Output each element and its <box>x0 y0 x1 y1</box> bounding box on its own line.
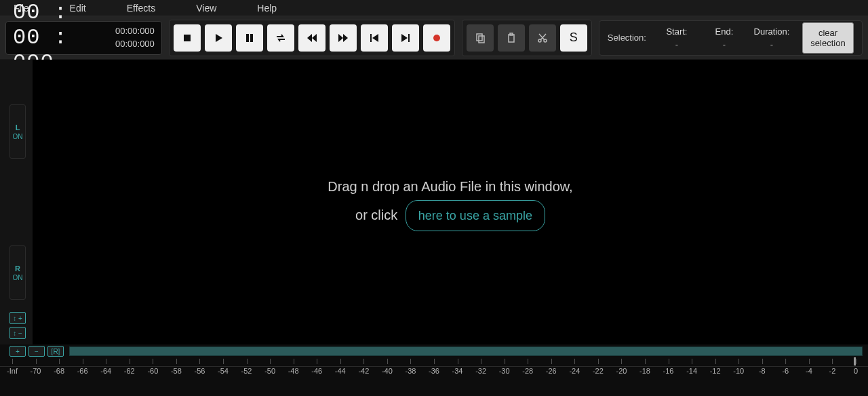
db-tick: 0 <box>854 367 858 375</box>
selection-duration-label: Duration: <box>754 26 790 37</box>
channel-right-toggle[interactable]: R ON <box>9 245 26 300</box>
db-tick: -4 <box>806 367 812 375</box>
db-tick: -8 <box>759 367 766 375</box>
db-tick: -18 <box>639 367 650 375</box>
db-tick: -58 <box>171 367 182 375</box>
selection-duration-value: - <box>770 39 773 50</box>
db-tick: -42 <box>358 367 369 375</box>
db-tick: -62 <box>124 367 135 375</box>
hzoom-in-button[interactable]: + <box>9 346 26 357</box>
db-tick: -6 <box>782 367 789 375</box>
menu-bar: File Edit Effects View Help <box>0 0 868 16</box>
db-tick: -30 <box>499 367 510 375</box>
drop-zone[interactable]: Drag n drop an Audio File in this window… <box>33 60 868 344</box>
toolbar: 00 : 00 : 000 00:00:000 00:00:000 S Sele… <box>0 16 868 60</box>
svg-rect-2 <box>246 34 249 42</box>
db-tick: -26 <box>546 367 557 375</box>
svg-marker-6 <box>338 34 343 42</box>
svg-marker-1 <box>216 34 222 42</box>
prompt-line2: or click <box>355 207 397 222</box>
vzoom-out-button[interactable]: ↕ − <box>9 327 26 339</box>
channel-gutter: L ON R ON ↕ + ↕ − <box>0 60 33 344</box>
rewind-button[interactable] <box>298 24 326 52</box>
db-tick: -44 <box>335 367 346 375</box>
selection-start-label: Start: <box>666 26 687 37</box>
db-tick: -66 <box>77 367 88 375</box>
menu-help[interactable]: Help <box>257 3 277 14</box>
svg-marker-7 <box>343 34 348 42</box>
db-tick: -22 <box>593 367 604 375</box>
db-tick: -38 <box>405 367 416 375</box>
zoom-strip: + − [R] <box>0 344 868 358</box>
db-tick: -70 <box>31 367 41 375</box>
db-tick: -32 <box>475 367 486 375</box>
time-sub-bottom: 00:00:000 <box>115 38 155 50</box>
db-tick: -50 <box>264 367 275 375</box>
db-tick: -60 <box>147 367 158 375</box>
svg-marker-9 <box>372 34 378 42</box>
transport-group <box>169 20 455 56</box>
svg-rect-10 <box>408 34 410 42</box>
svg-marker-4 <box>307 34 312 42</box>
db-tick: -12 <box>710 367 721 375</box>
db-tick: -64 <box>100 367 111 375</box>
paste-button[interactable] <box>498 24 525 52</box>
svg-point-12 <box>433 35 440 41</box>
svg-rect-13 <box>477 34 482 41</box>
svg-rect-14 <box>479 36 484 43</box>
db-tick: -36 <box>429 367 439 375</box>
selection-end-label: End: <box>715 26 734 37</box>
db-tick: -14 <box>686 367 697 375</box>
db-tick: -2 <box>829 367 836 375</box>
svg-rect-3 <box>250 34 253 42</box>
svg-rect-8 <box>370 34 372 42</box>
play-button[interactable] <box>205 24 232 52</box>
channel-left-on: ON <box>13 133 23 140</box>
selection-panel: Selection: Start:- End:- Duration:- clea… <box>599 20 863 56</box>
skip-back-button[interactable] <box>361 24 388 52</box>
fast-forward-button[interactable] <box>330 24 357 52</box>
overview-bar[interactable] <box>69 346 863 356</box>
db-tick: -10 <box>733 367 744 375</box>
use-sample-button[interactable]: here to use a sample <box>406 200 545 231</box>
db-tick: -20 <box>616 367 627 375</box>
db-tick: -52 <box>241 367 252 375</box>
menu-view[interactable]: View <box>196 3 216 14</box>
record-button[interactable] <box>423 24 450 52</box>
channel-left-toggle[interactable]: L ON <box>9 104 26 159</box>
channel-right-on: ON <box>13 274 23 281</box>
db-tick: -Inf <box>7 367 18 375</box>
stop-button[interactable] <box>174 24 201 52</box>
db-tick: -56 <box>194 367 205 375</box>
waveform-area: L ON R ON ↕ + ↕ − Drag n drop an Audio F… <box>0 60 868 344</box>
svg-marker-11 <box>401 34 408 42</box>
cut-button[interactable] <box>529 24 556 52</box>
channel-right-label: R <box>15 264 20 273</box>
vzoom-in-button[interactable]: ↕ + <box>9 312 26 324</box>
selection-end-value: - <box>723 39 726 50</box>
hzoom-out-button[interactable]: − <box>28 346 45 357</box>
skip-forward-button[interactable] <box>392 24 419 52</box>
db-tick: -40 <box>382 367 393 375</box>
db-ruler: -Inf-70-68-66-64-62-60-58-56-54-52-50-48… <box>0 366 868 380</box>
clear-selection-button[interactable]: clear selection <box>802 22 854 54</box>
copy-button[interactable] <box>467 24 494 52</box>
db-tick: -68 <box>54 367 64 375</box>
selection-start-value: - <box>675 39 678 50</box>
channel-left-label: L <box>16 123 20 132</box>
db-tick: -24 <box>569 367 580 375</box>
hzoom-reset-button[interactable]: [R] <box>47 346 64 357</box>
db-tick: -34 <box>452 367 463 375</box>
db-tick: -48 <box>288 367 299 375</box>
selection-label: Selection: <box>608 33 646 43</box>
loop-button[interactable] <box>267 24 294 52</box>
pause-button[interactable] <box>236 24 263 52</box>
svg-rect-0 <box>184 35 191 41</box>
edit-group: S <box>462 20 592 56</box>
db-tick: -16 <box>663 367 674 375</box>
menu-effects[interactable]: Effects <box>127 3 156 14</box>
time-sub-top: 00:00:000 <box>115 25 155 37</box>
svg-marker-5 <box>312 34 317 42</box>
s-button[interactable]: S <box>560 24 587 52</box>
db-tick: -46 <box>311 367 322 375</box>
